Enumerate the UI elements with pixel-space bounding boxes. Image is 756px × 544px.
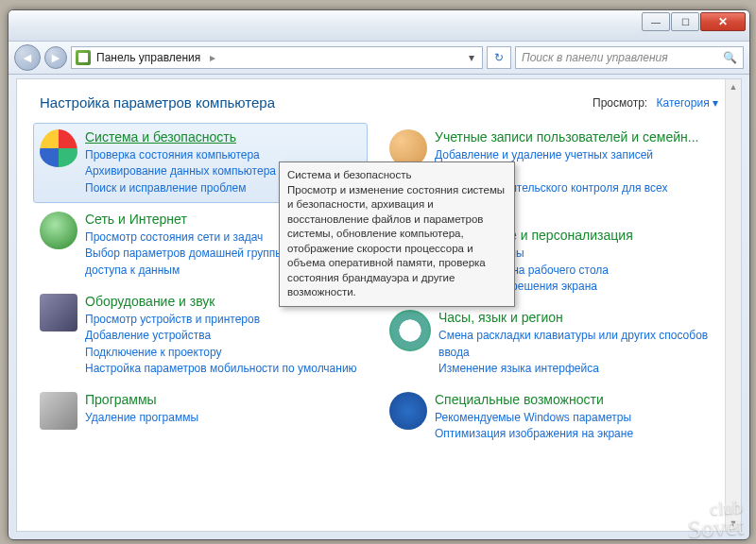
category-programs[interactable]: Программы Удаление программы	[40, 392, 361, 430]
content-header: Настройка параметров компьютера Просмотр…	[40, 94, 718, 110]
category-link[interactable]: Смена раскладки клавиатуры или других сп…	[438, 328, 711, 361]
printer-icon	[40, 294, 77, 332]
address-dropdown-icon[interactable]: ▾	[465, 51, 478, 64]
category-accessibility[interactable]: Специальные возможности Рекомендуемые Wi…	[389, 392, 711, 443]
chevron-down-icon: ▾	[713, 96, 718, 110]
category-link[interactable]: Настройка параметров мобильности по умол…	[85, 361, 361, 377]
category-link[interactable]: Удаление программы	[85, 410, 361, 426]
maximize-button[interactable]: ☐	[671, 12, 699, 31]
control-panel-window: — ☐ ✕ ◄ ► Панель управления ▸ ▾ ↻ Поиск …	[8, 9, 750, 540]
programs-icon	[40, 392, 77, 430]
control-panel-icon	[76, 50, 91, 65]
title-bar: — ☐ ✕	[9, 10, 749, 42]
page-title: Настройка параметров компьютера	[40, 94, 275, 110]
category-title[interactable]: Программы	[85, 392, 361, 408]
category-link[interactable]: Изменение языка интерфейса	[438, 361, 711, 377]
category-link[interactable]: Просмотр устройств и принтеров	[85, 312, 361, 328]
nav-forward-button[interactable]: ►	[44, 46, 67, 69]
category-title[interactable]: Специальные возможности	[435, 392, 711, 408]
refresh-button[interactable]: ↻	[487, 46, 511, 69]
address-bar[interactable]: Панель управления ▸ ▾	[71, 46, 483, 69]
tooltip-title: Система и безопасность	[287, 168, 507, 183]
category-link[interactable]: Оптимизация изображения на экране	[435, 426, 711, 442]
scroll-up-icon[interactable]: ▲	[726, 79, 741, 94]
nav-back-button[interactable]: ◄	[14, 44, 41, 71]
navigation-bar: ◄ ► Панель управления ▸ ▾ ↻ Поиск в пане…	[9, 42, 749, 75]
category-clock[interactable]: Часы, язык и регион Смена раскладки клав…	[389, 310, 711, 377]
scrollbar[interactable]: ▲ ▼	[725, 79, 741, 531]
category-link[interactable]: Рекомендуемые Windows параметры	[435, 410, 711, 426]
view-mode-dropdown[interactable]: Категория ▾	[657, 96, 718, 110]
accessibility-icon	[389, 392, 427, 430]
view-selector: Просмотр: Категория ▾	[593, 96, 718, 110]
category-link[interactable]: Подключение к проектору	[85, 345, 361, 361]
tooltip-body: Просмотр и изменение состояния системы и…	[287, 183, 507, 300]
view-mode-value: Категория	[657, 96, 710, 110]
search-input[interactable]: Поиск в панели управления 🔍	[515, 46, 744, 69]
refresh-icon: ↻	[494, 51, 504, 64]
globe-icon	[40, 212, 77, 249]
tooltip: Система и безопасность Просмотр и измене…	[279, 162, 515, 307]
shield-icon	[40, 129, 77, 167]
arrow-right-icon: ►	[49, 50, 62, 65]
category-title[interactable]: Учетные записи пользователей и семейн...	[435, 129, 711, 145]
category-title[interactable]: Система и безопасность	[85, 129, 361, 145]
minimize-button[interactable]: —	[642, 12, 670, 31]
search-icon: 🔍	[723, 51, 737, 64]
close-button[interactable]: ✕	[700, 12, 746, 31]
category-link[interactable]: Добавление устройства	[85, 328, 361, 344]
search-placeholder: Поиск в панели управления	[522, 51, 668, 64]
arrow-left-icon: ◄	[21, 50, 34, 65]
clock-icon	[389, 310, 431, 351]
view-label: Просмотр:	[593, 96, 647, 110]
scroll-down-icon[interactable]: ▼	[726, 516, 741, 531]
category-title[interactable]: Часы, язык и регион	[438, 310, 711, 326]
breadcrumb-separator-icon: ▸	[206, 51, 219, 64]
breadcrumb[interactable]: Панель управления	[96, 51, 200, 64]
